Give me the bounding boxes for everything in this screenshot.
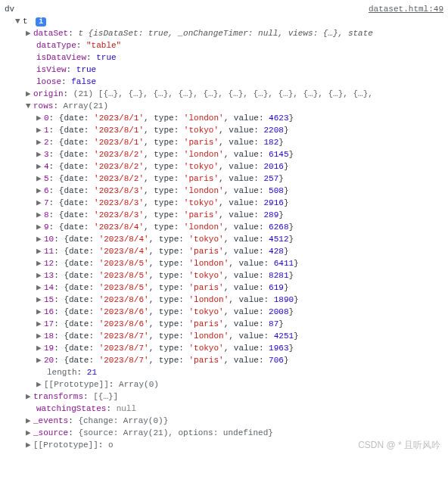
array-item[interactable]: ▶14: {date: '2023/8/5', type: 'paris', v… <box>5 282 443 294</box>
chevron-right-icon[interactable]: ▶ <box>36 233 44 245</box>
array-item[interactable]: ▶7: {date: '2023/8/3', type: 'tokyo', va… <box>5 197 443 209</box>
prop-origin[interactable]: origin <box>33 89 64 98</box>
array-item[interactable]: ▶10: {date: '2023/8/4', type: 'tokyo', v… <box>5 233 443 245</box>
chevron-right-icon[interactable]: ▶ <box>26 427 33 439</box>
chevron-right-icon[interactable]: ▶ <box>36 148 44 160</box>
chevron-right-icon[interactable]: ▶ <box>36 221 44 233</box>
array-item[interactable]: ▶8: {date: '2023/8/3', type: 'paris', va… <box>5 209 443 221</box>
array-item[interactable]: ▶17: {date: '2023/8/6', type: 'paris', v… <box>5 318 443 330</box>
array-item[interactable]: ▶2: {date: '2023/8/1', type: 'paris', va… <box>5 136 443 148</box>
chevron-right-icon[interactable]: ▶ <box>36 282 44 294</box>
rows-prototype[interactable]: [[Prototype]] <box>44 380 109 389</box>
prop-transforms[interactable]: transforms <box>33 392 83 401</box>
prop-dataType: dataType: "table" <box>5 39 443 51</box>
chevron-right-icon[interactable]: ▶ <box>36 269 44 282</box>
array-item[interactable]: ▶16: {date: '2023/8/6', type: 'tokyo', v… <box>5 306 443 318</box>
prop-isDataView: isDataView: true <box>5 51 443 64</box>
prop-loose: loose: false <box>5 76 443 88</box>
obj-prototype[interactable]: [[Prototype]] <box>33 440 98 450</box>
root-var: dv <box>5 3 14 15</box>
chevron-right-icon[interactable]: ▶ <box>36 245 44 257</box>
chevron-right-icon[interactable]: ▶ <box>36 318 44 330</box>
prop-events[interactable]: _events <box>33 416 68 425</box>
array-item[interactable]: ▶12: {date: '2023/8/5', type: 'london', … <box>5 257 443 269</box>
chevron-right-icon[interactable]: ▶ <box>26 439 33 451</box>
array-item[interactable]: ▶0: {date: '2023/8/1', type: 'london', v… <box>5 112 443 124</box>
prop-watchingStates: watchingStates: null <box>5 403 443 415</box>
prop-isView: isView: true <box>5 64 443 76</box>
dataset-summary: t {isDataSet: true, _onChangeTimer: null… <box>78 29 372 38</box>
array-item[interactable]: ▶15: {date: '2023/8/6', type: 'london', … <box>5 294 443 306</box>
chevron-right-icon[interactable]: ▶ <box>36 185 44 197</box>
origin-summary: (21) [{…}, {…}, {…}, {…}, {…}, {…}, {…},… <box>73 89 373 98</box>
chevron-right-icon[interactable]: ▶ <box>36 160 44 173</box>
info-badge[interactable]: i <box>36 17 46 26</box>
chevron-right-icon[interactable]: ▶ <box>36 136 44 148</box>
chevron-right-icon[interactable]: ▶ <box>36 306 44 318</box>
chevron-right-icon[interactable]: ▶ <box>26 88 33 100</box>
array-item[interactable]: ▶1: {date: '2023/8/1', type: 'tokyo', va… <box>5 124 443 136</box>
chevron-right-icon[interactable]: ▶ <box>36 354 44 366</box>
rows-label: Array(21) <box>64 101 108 110</box>
array-item[interactable]: ▶4: {date: '2023/8/2', type: 'tokyo', va… <box>5 160 443 173</box>
rows-length: length: 21 <box>5 366 443 378</box>
obj-label[interactable]: t <box>23 17 28 26</box>
chevron-down-icon[interactable]: ▼ <box>15 15 23 27</box>
prop-source[interactable]: _source <box>33 428 68 437</box>
array-item[interactable]: ▶13: {date: '2023/8/5', type: 'tokyo', v… <box>5 269 443 282</box>
chevron-right-icon[interactable]: ▶ <box>26 27 33 39</box>
array-item[interactable]: ▶20: {date: '2023/8/7', type: 'paris', v… <box>5 354 443 366</box>
prop-dataset[interactable]: dataSet <box>33 29 68 38</box>
chevron-right-icon[interactable]: ▶ <box>36 294 44 306</box>
array-item[interactable]: ▶6: {date: '2023/8/3', type: 'london', v… <box>5 185 443 197</box>
chevron-right-icon[interactable]: ▶ <box>26 415 33 427</box>
chevron-right-icon[interactable]: ▶ <box>36 257 44 269</box>
array-item[interactable]: ▶18: {date: '2023/8/7', type: 'london', … <box>5 330 443 342</box>
array-item[interactable]: ▶3: {date: '2023/8/2', type: 'london', v… <box>5 148 443 160</box>
chevron-right-icon[interactable]: ▶ <box>36 209 44 221</box>
array-item[interactable]: ▶9: {date: '2023/8/4', type: 'london', v… <box>5 221 443 233</box>
chevron-right-icon[interactable]: ▶ <box>36 112 44 124</box>
chevron-right-icon[interactable]: ▶ <box>36 173 44 185</box>
chevron-right-icon[interactable]: ▶ <box>36 124 44 136</box>
chevron-right-icon[interactable]: ▶ <box>26 391 33 403</box>
chevron-right-icon[interactable]: ▶ <box>36 342 44 354</box>
chevron-right-icon[interactable]: ▶ <box>36 330 44 342</box>
prop-rows[interactable]: rows <box>33 101 53 110</box>
chevron-right-icon[interactable]: ▶ <box>36 378 44 391</box>
array-item[interactable]: ▶5: {date: '2023/8/2', type: 'paris', va… <box>5 173 443 185</box>
chevron-right-icon[interactable]: ▶ <box>36 197 44 209</box>
chevron-down-icon[interactable]: ▼ <box>26 100 33 112</box>
array-item[interactable]: ▶19: {date: '2023/8/7', type: 'tokyo', v… <box>5 342 443 354</box>
array-item[interactable]: ▶11: {date: '2023/8/4', type: 'paris', v… <box>5 245 443 257</box>
source-link[interactable]: dataset.html:49 <box>369 3 443 15</box>
